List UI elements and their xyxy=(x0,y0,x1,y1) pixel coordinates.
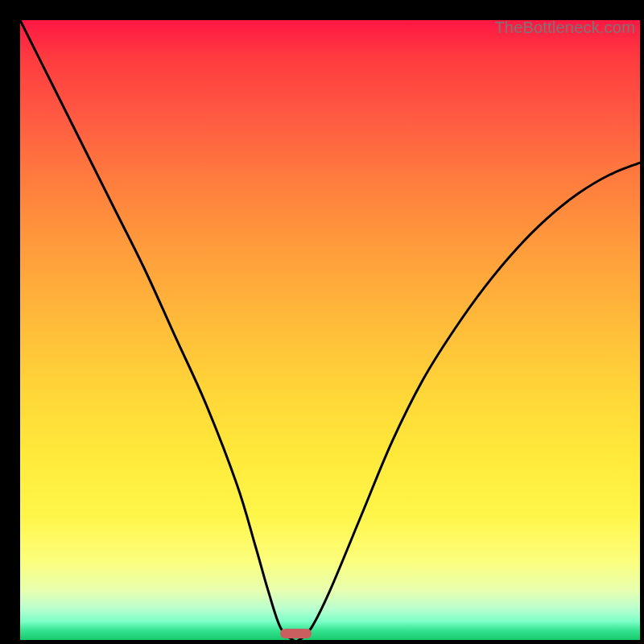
optimal-range-marker xyxy=(280,629,312,638)
bottleneck-curve xyxy=(20,20,640,640)
chart-frame: TheBottleneck.com xyxy=(8,8,636,636)
chart-plot-area: TheBottleneck.com xyxy=(20,20,640,640)
